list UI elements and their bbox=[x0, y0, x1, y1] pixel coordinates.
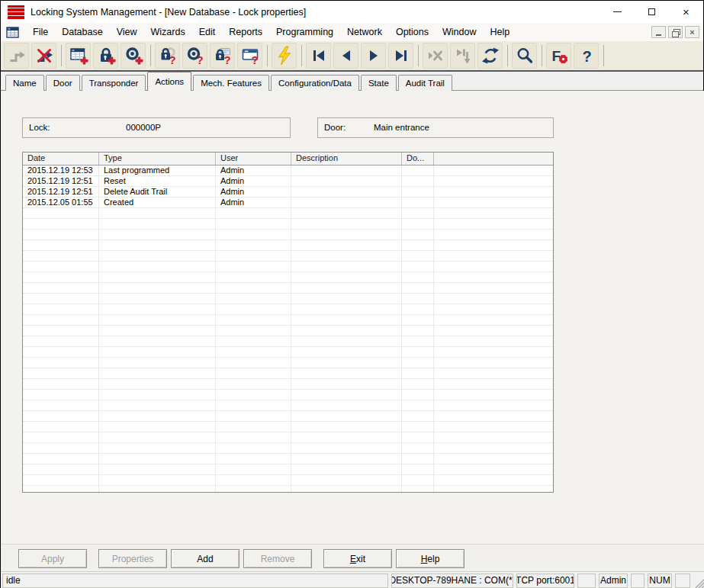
menu-item-programming[interactable]: Programming bbox=[269, 24, 340, 40]
mdi-minimize-button[interactable] bbox=[651, 26, 666, 38]
tab-configuration-data[interactable]: Configuration/Data bbox=[271, 75, 359, 91]
column-header-date[interactable]: Date bbox=[23, 153, 99, 165]
menu-item-network[interactable]: Network bbox=[340, 24, 389, 40]
first-record-button[interactable] bbox=[306, 43, 331, 69]
cell bbox=[291, 464, 402, 474]
menu-item-options[interactable]: Options bbox=[389, 24, 436, 40]
program-button[interactable] bbox=[272, 43, 297, 69]
cell bbox=[291, 336, 402, 346]
table-row[interactable]: 2015.12.19 12:51Delete Audit TrailAdmin bbox=[23, 187, 553, 198]
tab-door[interactable]: Door bbox=[46, 75, 80, 91]
mdi-close-button[interactable]: × bbox=[685, 26, 699, 38]
cell bbox=[434, 176, 553, 186]
cell bbox=[434, 443, 553, 453]
cell bbox=[23, 454, 99, 464]
add-button[interactable]: Add bbox=[171, 549, 239, 568]
menu-item-view[interactable]: View bbox=[110, 24, 144, 40]
cell bbox=[434, 272, 553, 282]
table-row-empty bbox=[23, 422, 553, 432]
cell bbox=[434, 400, 553, 410]
cell bbox=[402, 251, 434, 261]
tab-name[interactable]: Name bbox=[5, 75, 44, 91]
filter-settings-button[interactable]: F bbox=[546, 43, 571, 69]
new-lock-button[interactable] bbox=[93, 43, 118, 69]
cell bbox=[434, 294, 553, 304]
cell bbox=[291, 368, 402, 378]
cell bbox=[23, 251, 99, 261]
workflow-arrow-cancel-icon bbox=[34, 46, 54, 66]
refresh-button[interactable] bbox=[477, 43, 503, 69]
menu-item-edit[interactable]: Edit bbox=[192, 24, 223, 40]
menu-item-window[interactable]: Window bbox=[436, 24, 483, 40]
cell: Admin bbox=[216, 198, 291, 207]
goto-record-button bbox=[450, 43, 475, 69]
read-network-node-icon: ? bbox=[240, 46, 260, 66]
menu-item-reports[interactable]: Reports bbox=[222, 24, 269, 40]
tab-audit-trail[interactable]: Audit Trail bbox=[398, 75, 452, 91]
tab-transponder[interactable]: Transponder bbox=[82, 75, 146, 91]
help-button[interactable]: ? bbox=[574, 43, 599, 69]
previous-record-button[interactable] bbox=[333, 43, 358, 69]
table-row[interactable]: 2015.12.19 12:51ResetAdmin bbox=[23, 176, 553, 187]
read-mifare-lock-button[interactable]: ? bbox=[210, 43, 235, 69]
menu-item-database[interactable]: Database bbox=[55, 24, 110, 40]
cell bbox=[291, 304, 402, 314]
last-record-button[interactable] bbox=[388, 43, 413, 69]
read-network-node-button[interactable]: ? bbox=[237, 43, 262, 69]
exit-button[interactable]: Exit bbox=[323, 549, 392, 568]
actions-table: DateTypeUserDescriptionDo... 2015.12.19 … bbox=[22, 152, 554, 493]
resize-grip[interactable] bbox=[692, 573, 704, 588]
search-button[interactable] bbox=[512, 43, 537, 69]
previous-record-icon bbox=[336, 46, 356, 66]
cell bbox=[434, 262, 553, 272]
help-button[interactable]: Help bbox=[396, 549, 465, 568]
column-header-type[interactable]: Type bbox=[99, 153, 216, 165]
menu-item-help[interactable]: Help bbox=[483, 24, 516, 40]
maximize-button[interactable] bbox=[635, 1, 669, 23]
cell bbox=[23, 230, 99, 239]
cell bbox=[216, 358, 291, 368]
table-row-empty bbox=[23, 304, 553, 315]
app-logo-icon bbox=[8, 5, 24, 19]
cell bbox=[434, 390, 553, 400]
cell bbox=[402, 315, 434, 325]
workflow-arrow-cancel-button[interactable] bbox=[31, 43, 56, 69]
cell bbox=[291, 251, 402, 261]
cell bbox=[402, 443, 434, 453]
read-lock-button[interactable]: ? bbox=[155, 43, 180, 69]
column-header-user[interactable]: User bbox=[216, 153, 291, 165]
column-header-description[interactable]: Description bbox=[291, 153, 402, 165]
cell bbox=[99, 475, 216, 485]
table-header: DateTypeUserDescriptionDo... bbox=[23, 153, 553, 165]
read-transponder-button[interactable]: ? bbox=[182, 43, 207, 69]
column-header-blank[interactable] bbox=[434, 153, 553, 165]
new-transponder-button[interactable] bbox=[121, 43, 146, 69]
menu-item-file[interactable]: File bbox=[26, 24, 55, 40]
cell bbox=[402, 368, 434, 378]
new-locking-system-button[interactable] bbox=[66, 43, 91, 69]
cell bbox=[402, 400, 434, 410]
cell bbox=[99, 208, 216, 218]
tab-mech-features[interactable]: Mech. Features bbox=[193, 75, 269, 91]
cell bbox=[99, 326, 216, 336]
next-record-button[interactable] bbox=[361, 43, 386, 69]
tab-actions[interactable]: Actions bbox=[147, 72, 191, 91]
table-row[interactable]: 2015.12.05 01:55CreatedAdmin bbox=[23, 198, 553, 208]
menu-item-wizards[interactable]: Wizards bbox=[144, 24, 192, 40]
cell bbox=[434, 358, 553, 368]
lock-value: 000000P bbox=[126, 123, 161, 132]
mdi-document-icon[interactable] bbox=[6, 27, 19, 38]
cell bbox=[434, 230, 553, 239]
cell bbox=[402, 411, 434, 421]
tab-state[interactable]: State bbox=[361, 75, 397, 91]
cell bbox=[291, 347, 402, 357]
mdi-restore-button[interactable] bbox=[668, 26, 683, 38]
minimize-button[interactable] bbox=[600, 1, 635, 23]
close-button[interactable]: × bbox=[669, 1, 703, 23]
cell bbox=[99, 272, 216, 282]
cell bbox=[291, 443, 402, 453]
table-row[interactable]: 2015.12.19 12:53Last programmedAdmin bbox=[23, 165, 553, 176]
toolbar-separator bbox=[150, 45, 151, 66]
cell bbox=[23, 262, 99, 272]
column-header-do[interactable]: Do... bbox=[402, 153, 434, 165]
